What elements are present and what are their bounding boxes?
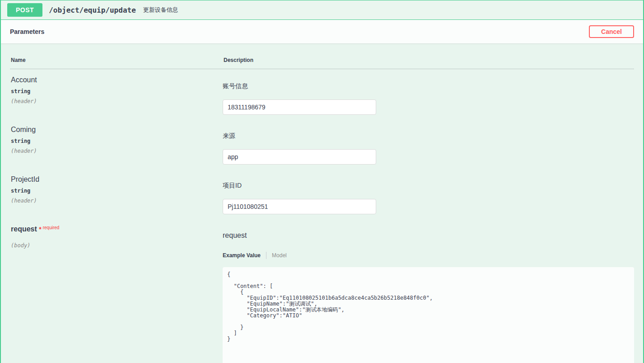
required-label: required <box>42 225 60 230</box>
param-location: (header) <box>11 148 223 154</box>
param-name-cell: Account string (header) <box>10 76 223 119</box>
param-description-cell: request Example Value Model <box>223 225 634 363</box>
coming-input[interactable] <box>223 149 376 165</box>
parameters-header: Parameters Cancel <box>1 20 643 43</box>
table-row: request *required (body) request Example… <box>10 218 634 363</box>
param-type: string <box>11 138 223 144</box>
table-row: Coming string (header) 来源 <box>10 119 634 169</box>
param-location: (header) <box>11 98 223 104</box>
table-row: ProjectId string (header) 项目ID <box>10 169 634 218</box>
endpoint-description: 更新设备信息 <box>143 6 178 14</box>
parameters-title: Parameters <box>10 28 44 35</box>
method-badge: POST <box>7 3 42 17</box>
param-location: (body) <box>11 242 223 249</box>
tab-divider <box>266 252 266 259</box>
cancel-button[interactable]: Cancel <box>589 25 634 38</box>
param-description-cell: 项目ID <box>223 175 634 218</box>
param-description-cell: 来源 <box>223 126 634 169</box>
param-description: 来源 <box>223 132 634 140</box>
endpoint-path: /object/equip/update <box>49 6 136 14</box>
parameters-body: Name Description Account string (header)… <box>1 43 643 363</box>
param-name-cell: Coming string (header) <box>10 126 223 169</box>
param-type: string <box>11 188 223 194</box>
param-description: 项目ID <box>223 182 634 190</box>
required-asterisk: * <box>39 226 41 233</box>
param-description: 账号信息 <box>223 82 634 90</box>
param-name: ProjectId <box>11 175 223 184</box>
tab-model[interactable]: Model <box>272 252 287 259</box>
param-name-cell: request *required (body) <box>10 225 223 363</box>
param-name: request *required <box>11 225 223 233</box>
param-name-cell: ProjectId string (header) <box>10 175 223 218</box>
tab-example-value[interactable]: Example Value <box>223 252 261 259</box>
table-row: Account string (header) 账号信息 <box>10 69 634 119</box>
param-location: (header) <box>11 198 223 204</box>
column-header-name: Name <box>11 57 224 63</box>
projectid-input[interactable] <box>223 199 376 214</box>
example-model-tabs: Example Value Model <box>223 252 634 259</box>
column-header-description: Description <box>224 57 253 63</box>
param-description: request <box>223 231 634 240</box>
account-input[interactable] <box>223 99 376 115</box>
table-header: Name Description <box>10 52 634 69</box>
param-type: string <box>11 88 223 94</box>
param-description-cell: 账号信息 <box>223 76 634 119</box>
request-body-textarea[interactable] <box>223 267 634 363</box>
param-name: Account <box>11 76 223 84</box>
opblock-summary[interactable]: POST /object/equip/update 更新设备信息 <box>1 0 643 20</box>
opblock-post: POST /object/equip/update 更新设备信息 Paramet… <box>0 0 644 363</box>
param-name: Coming <box>11 126 223 134</box>
